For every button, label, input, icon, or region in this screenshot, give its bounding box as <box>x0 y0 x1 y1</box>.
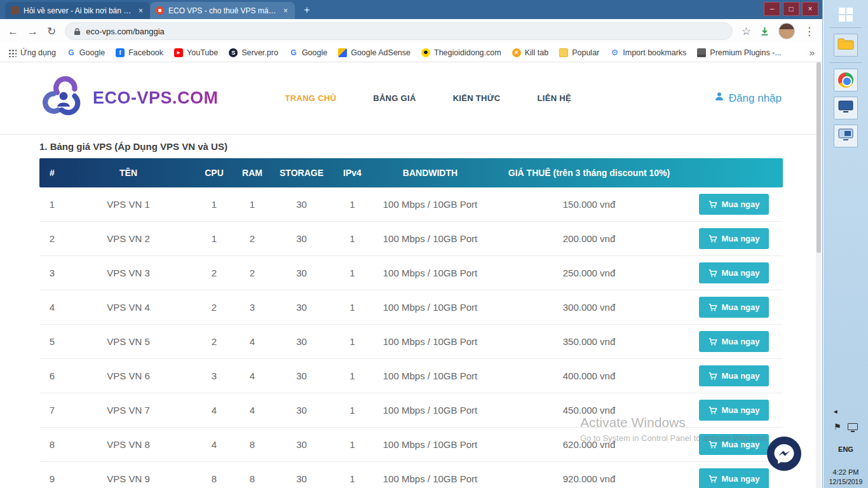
buy-now-button[interactable]: Mua ngay <box>699 262 769 283</box>
bookmark-item[interactable]: Google AdSense <box>338 48 410 57</box>
maximize-button[interactable]: □ <box>783 2 799 16</box>
browser-window: Hỏi về server - Ai bik nơi bán vps × ECO… <box>0 0 823 488</box>
bookmarks-bar: Ứng dụng Google Facebook YouTube Server.… <box>0 43 822 62</box>
server-pro-icon <box>229 48 238 57</box>
chrome-button[interactable] <box>834 69 858 92</box>
forum-favicon-icon <box>11 6 19 15</box>
buy-now-button[interactable]: Mua ngay <box>699 468 769 488</box>
back-icon[interactable]: ← <box>8 26 18 37</box>
bookmark-item[interactable]: Kill tab <box>512 48 549 57</box>
nav-item-bang-gia[interactable]: BẢNG GIÁ <box>373 93 416 103</box>
table-row: 7 VPS VN 7 4 4 30 1 100 Mbps / 10GB Port… <box>39 393 783 428</box>
bookmark-item[interactable]: Premium Plugins -... <box>697 48 782 57</box>
buy-now-label: Mua ngay <box>722 405 760 415</box>
app-button-1[interactable] <box>834 97 858 119</box>
buy-now-button[interactable]: Mua ngay <box>699 434 769 455</box>
forward-icon[interactable]: → <box>27 26 38 37</box>
vps-storage: 30 <box>268 370 335 381</box>
nav-item-lien-he[interactable]: LIÊN HỆ <box>538 93 571 103</box>
buy-now-button[interactable]: Mua ngay <box>699 331 769 352</box>
nav-item-kien-thuc[interactable]: KIẾN THỨC <box>453 93 501 103</box>
clock-date[interactable]: 12/15/2019 <box>829 478 863 485</box>
vps-price: 250.000 vnđ <box>491 268 688 278</box>
vps-cpu: 4 <box>192 439 236 450</box>
start-button[interactable] <box>836 5 855 24</box>
tab-close-icon[interactable]: × <box>282 6 289 15</box>
download-icon[interactable] <box>760 27 770 36</box>
table-row: 5 VPS VN 5 2 4 30 1 100 Mbps / 10GB Port… <box>39 325 783 359</box>
vps-bandwidth: 100 Mbps / 10GB Port <box>370 268 491 278</box>
cart-icon <box>709 475 717 484</box>
tray-expand-icon[interactable]: ◂ <box>834 407 837 416</box>
app-button-2[interactable] <box>834 125 858 147</box>
bookmark-item[interactable]: Thegioididong.com <box>421 48 501 57</box>
vps-ipv4: 1 <box>335 233 370 244</box>
messenger-chat-button[interactable] <box>766 436 802 471</box>
vps-cpu: 8 <box>192 473 236 484</box>
site-logo[interactable]: ECO-VPS.COM <box>41 76 219 121</box>
bookmark-item[interactable]: Popular <box>559 48 599 57</box>
bookmarks-overflow-icon[interactable]: » <box>810 47 815 58</box>
vps-storage: 30 <box>268 268 335 278</box>
row-number: 9 <box>39 473 65 484</box>
taskbar-divider <box>830 62 862 63</box>
vps-ram: 1 <box>236 199 268 210</box>
tab-close-icon[interactable]: × <box>137 6 144 15</box>
buy-now-button[interactable]: Mua ngay <box>699 194 769 215</box>
bookmark-item[interactable]: Google <box>67 48 105 57</box>
vps-ram: 2 <box>236 233 268 244</box>
youtube-icon <box>174 48 183 57</box>
vps-bandwidth: 100 Mbps / 10GB Port <box>370 405 491 416</box>
profile-avatar[interactable] <box>778 23 795 39</box>
flag-icon[interactable]: ⚑ <box>834 422 841 431</box>
bookmark-item[interactable]: Ứng dụng <box>8 48 56 57</box>
bookmark-item[interactable]: YouTube <box>174 48 218 57</box>
table-row: 2 VPS VN 2 1 2 30 1 100 Mbps / 10GB Port… <box>39 222 783 256</box>
bookmark-item[interactable]: Server.pro <box>229 48 278 57</box>
display-tray-icon[interactable] <box>848 423 858 430</box>
vps-name: VPS VN 8 <box>65 439 192 450</box>
vps-storage: 30 <box>268 302 335 313</box>
vps-ram: 4 <box>236 405 268 416</box>
vps-name: VPS VN 6 <box>65 370 192 381</box>
language-indicator[interactable]: ENG <box>838 445 853 453</box>
address-bar[interactable]: eco-vps.com/banggia <box>65 22 733 40</box>
new-tab-button[interactable]: + <box>299 3 315 18</box>
bookmark-star-icon[interactable]: ☆ <box>742 26 751 37</box>
clock-time[interactable]: 4:22 PM <box>833 468 859 476</box>
file-explorer-button[interactable] <box>834 34 858 57</box>
header-price: GIÁ THUÊ (trên 3 tháng discount 10%) <box>491 168 688 178</box>
buy-now-button[interactable]: Mua ngay <box>699 365 769 386</box>
browser-menu-icon[interactable]: ⋮ <box>804 26 815 37</box>
vps-cpu: 2 <box>192 336 236 347</box>
vps-ram: 8 <box>236 439 268 450</box>
login-link[interactable]: Đăng nhập <box>714 92 782 105</box>
scrollbar-thumb[interactable] <box>817 62 821 253</box>
reload-icon[interactable]: ↻ <box>47 26 56 37</box>
bookmark-item[interactable]: Facebook <box>116 48 163 57</box>
buy-now-button[interactable]: Mua ngay <box>699 228 769 249</box>
vps-storage: 30 <box>268 233 335 244</box>
page-scrollbar[interactable] <box>816 62 822 488</box>
buy-now-button[interactable]: Mua ngay <box>699 400 769 421</box>
close-button[interactable]: × <box>802 2 818 16</box>
vps-cpu: 2 <box>192 302 236 313</box>
buy-now-label: Mua ngay <box>722 474 760 484</box>
bookmark-label: Thegioididong.com <box>434 48 501 57</box>
vps-name: VPS VN 4 <box>65 302 192 313</box>
bookmark-item[interactable]: Import bookmarks <box>610 48 686 57</box>
tab-forum[interactable]: Hỏi về server - Ai bik nơi bán vps × <box>5 2 150 19</box>
vps-ram: 2 <box>236 268 268 278</box>
minimize-button[interactable]: – <box>764 2 780 16</box>
facebook-icon <box>116 48 125 57</box>
buy-now-button[interactable]: Mua ngay <box>699 297 769 318</box>
tab-ecovps[interactable]: ECO VPS - cho thuê VPS máy chủ × <box>150 2 295 19</box>
bookmark-label: Premium Plugins -... <box>710 48 782 57</box>
nav-item-trang-chu[interactable]: TRANG CHỦ <box>285 93 337 103</box>
row-number: 7 <box>39 405 65 416</box>
tab-bar: Hỏi về server - Ai bik nơi bán vps × ECO… <box>0 0 822 19</box>
taskbar-divider <box>830 27 862 28</box>
buy-now-label: Mua ngay <box>722 371 760 381</box>
vps-price: 150.000 vnđ <box>491 199 688 210</box>
bookmark-item[interactable]: Google <box>289 48 327 57</box>
